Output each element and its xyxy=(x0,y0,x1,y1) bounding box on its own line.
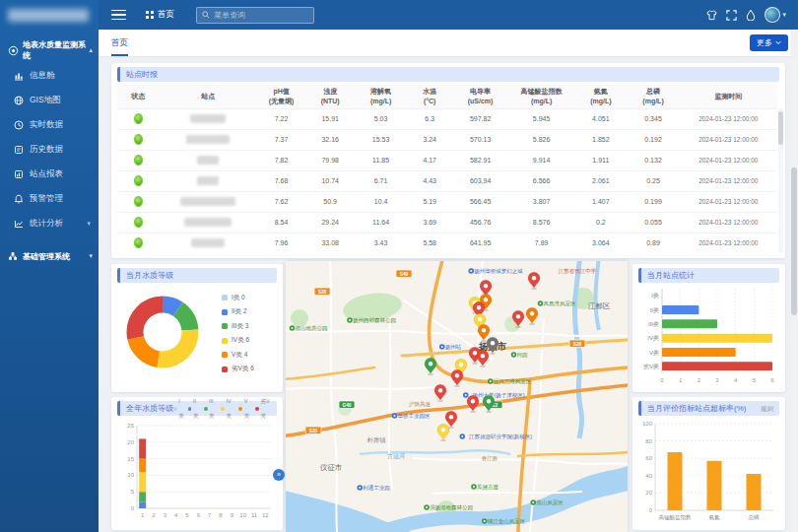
hbar-IV类[interactable] xyxy=(662,334,772,343)
stacked-segment-II类[interactable] xyxy=(139,501,146,508)
breadcrumb-home[interactable]: 首页 xyxy=(146,9,174,21)
x-tick-label: 5 xyxy=(753,377,757,383)
sidebar-item-统计分析[interactable]: 统计分析▾ xyxy=(0,211,99,235)
stacked-segment-III类[interactable] xyxy=(139,492,146,501)
collapse-panel-button[interactable]: » xyxy=(273,469,285,481)
theme-icon[interactable] xyxy=(701,5,721,25)
svg-text:G40: G40 xyxy=(342,403,351,408)
vbar-氨氮[interactable] xyxy=(707,461,722,510)
rules-link[interactable]: 规则 xyxy=(761,401,773,416)
table-scrollbar[interactable] xyxy=(778,108,783,253)
y-tick-label: 60 xyxy=(645,455,652,461)
column-header: 水温(°C) xyxy=(407,85,452,108)
sidebar-item-信息舱[interactable]: 信息舱 xyxy=(0,63,99,88)
table-row[interactable]: 7.6250.910.45.19566.453.8071.4070.199202… xyxy=(117,191,777,212)
water-drop-icon[interactable] xyxy=(741,5,761,25)
time-cell: 2024-01-23 12:00:00 xyxy=(680,108,777,129)
page-scrollbar-thumb[interactable] xyxy=(791,167,797,315)
value-cell: 7.82 xyxy=(257,150,306,170)
vbar-chart: 020406080100高锰酸盐指数氨氮总磷 xyxy=(638,416,779,526)
table-row[interactable]: 7.2215.915.036.3597.825.9454.0510.345202… xyxy=(117,108,777,129)
legend-label: IV类 6 xyxy=(232,336,249,345)
y-tick-label: 0 xyxy=(131,505,135,511)
fullscreen-icon[interactable] xyxy=(721,5,741,25)
stacked-segment-V类[interactable] xyxy=(139,459,146,472)
stacked-segment-劣V类[interactable] xyxy=(139,438,146,458)
table-row[interactable]: 7.9633.083.435.58641.957.893.0640.892024… xyxy=(117,233,777,253)
table-scrollbar-thumb[interactable] xyxy=(778,111,783,145)
x-tick-label: 5 xyxy=(185,512,189,518)
hbar-劣V类[interactable] xyxy=(662,362,772,370)
value-cell: 10.4 xyxy=(355,191,407,212)
sidebar-item-GIS地图[interactable]: GIS地图 xyxy=(0,88,99,112)
sidebar-group-0[interactable]: 地表水质量监测系统▴ xyxy=(0,37,99,63)
table-row[interactable]: 7.6810.746.714.43603.946.5662.0610.25202… xyxy=(117,170,777,191)
x-tick-label: 7 xyxy=(208,512,212,518)
road-badge-S28: S28 xyxy=(569,340,585,348)
value-cell: 33.08 xyxy=(305,233,355,253)
hbar-chart: 0123456I类II类III类IV类V类劣V类 xyxy=(638,283,779,387)
sidebar-item-历史数据[interactable]: 历史数据 xyxy=(0,137,99,162)
value-cell: 0.199 xyxy=(627,191,679,212)
legend-item-劣V类[interactable]: 劣V类 6 xyxy=(222,363,254,377)
avatar[interactable] xyxy=(765,7,780,23)
station-report-panel: 站点时报 状态站点pH值(无量纲)浊度(NTU)溶解氧(mg/L)水温(°C)电… xyxy=(111,63,785,258)
value-cell: 5.03 xyxy=(355,108,407,129)
svg-text:何园: 何园 xyxy=(517,352,528,359)
hbar-V类[interactable] xyxy=(662,348,736,357)
sidebar-item-实时数据[interactable]: 实时数据 xyxy=(0,112,99,137)
station-cell xyxy=(160,191,257,212)
y-tick-label: 100 xyxy=(642,421,653,427)
table-row[interactable]: 7.3732.1615.533.24570.135.8261.8520.1922… xyxy=(117,129,777,150)
value-cell: 456.76 xyxy=(452,212,508,233)
value-cell: 0.345 xyxy=(627,108,679,129)
tab-home[interactable]: 首页 xyxy=(111,30,128,56)
hbar-III类[interactable] xyxy=(662,319,717,328)
status-cell xyxy=(117,129,160,150)
category-label: I类 xyxy=(651,293,659,299)
hamburger-menu-icon[interactable] xyxy=(111,10,126,21)
vbar-高锰酸盐指数[interactable] xyxy=(668,452,683,510)
status-cell xyxy=(117,233,160,253)
time-cell: 2024-01-23 12:00:00 xyxy=(680,191,777,212)
sidebar-item-站点报表[interactable]: 站点报表 xyxy=(0,162,99,186)
legend-item-V类[interactable]: V类 4 xyxy=(222,348,254,363)
sidebar-group-1[interactable]: 基础管理系统▾ xyxy=(0,243,99,269)
legend-item-I类[interactable]: I类 0 xyxy=(222,291,254,305)
legend-label: II类 2 xyxy=(232,307,247,316)
table-row[interactable]: 7.8279.9811.854.17582.919.9141.9110.1322… xyxy=(117,150,777,170)
value-cell: 79.98 xyxy=(305,150,355,170)
svg-text:焦山风景区: 焦山风景区 xyxy=(536,499,564,505)
legend-swatch xyxy=(222,323,228,329)
x-tick-label: 10 xyxy=(239,512,246,518)
hbar-II类[interactable] xyxy=(662,305,698,314)
yearly-water-grade-panel: 全年水质等级 I类II类III类IV类V类劣V类 051015202512345… xyxy=(111,397,283,530)
sidebar-item-预警管理[interactable]: 预警管理 xyxy=(0,186,99,211)
menu-search[interactable] xyxy=(196,7,314,24)
status-dot-ok xyxy=(134,155,143,166)
chevron-down-icon[interactable]: ▾ xyxy=(782,11,786,19)
more-button-label: 更多 xyxy=(757,37,772,48)
map[interactable]: S28S49G40G2S35S28 扬州市江都区仪征市古运河朴席镇春江路沪陕高速… xyxy=(286,261,628,532)
y-tick-label: 15 xyxy=(127,456,134,462)
page-scrollbar[interactable] xyxy=(790,30,798,532)
table-row[interactable]: 8.5429.2411.643.69456.768.5760.20.055202… xyxy=(117,212,777,233)
legend-item-II类[interactable]: II类 2 xyxy=(222,305,254,320)
sidebar-group-title: 地表水质量监测系统 xyxy=(23,39,89,61)
svg-text:S35: S35 xyxy=(309,429,318,433)
legend-item-III类[interactable]: III类 3 xyxy=(222,319,254,334)
more-button[interactable]: 更多 xyxy=(750,34,788,51)
svg-text:瓜洲古渡: 瓜洲古渡 xyxy=(477,484,499,491)
legend-item-IV类[interactable]: IV类 6 xyxy=(222,334,254,349)
legend-swatch xyxy=(188,407,192,411)
svg-text:仪征市: 仪征市 xyxy=(320,463,343,472)
station-name-redacted xyxy=(184,218,232,227)
station-name-redacted xyxy=(197,176,219,185)
value-cell: 0.25 xyxy=(627,170,679,191)
value-cell: 8.54 xyxy=(257,212,306,233)
value-cell: 50.9 xyxy=(305,191,355,212)
vbar-总磷[interactable] xyxy=(747,474,762,510)
search-input[interactable] xyxy=(214,11,308,20)
x-tick-label: 4 xyxy=(734,377,738,383)
stacked-segment-IV类[interactable] xyxy=(139,472,146,492)
